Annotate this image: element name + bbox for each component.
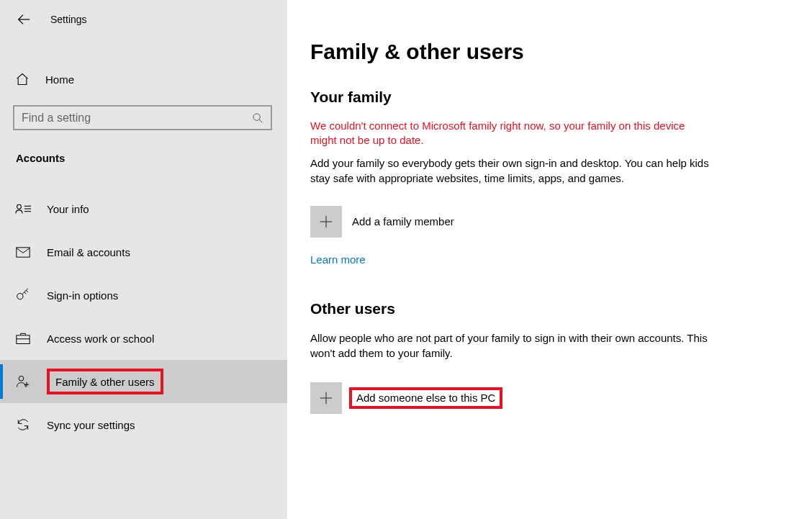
sync-icon [15,417,31,433]
back-button[interactable] [13,9,35,30]
sidebar-item-email-accounts[interactable]: Email & accounts [0,230,287,274]
key-icon [15,287,31,303]
svg-line-11 [24,292,27,294]
sidebar-item-label: Family & other users [55,376,155,388]
svg-line-2 [259,119,262,122]
other-users-section: Other users Allow people who are not par… [310,300,783,414]
sidebar-header: Settings [0,0,287,39]
other-users-heading: Other users [310,300,783,317]
person-add-icon [15,374,31,389]
person-card-icon [15,201,31,217]
add-other-user-button[interactable]: Add someone else to this PC [310,382,783,414]
highlight-box-add-other: Add someone else to this PC [349,387,502,409]
your-family-heading: Your family [310,89,783,106]
search-input[interactable] [22,112,252,125]
plus-icon [310,382,342,414]
search-container [0,105,287,130]
sidebar-item-label: Access work or school [47,333,154,345]
search-box[interactable] [13,105,272,130]
nav-home[interactable]: Home [0,65,287,94]
sidebar-item-sign-in-options[interactable]: Sign-in options [0,274,287,317]
mail-icon [15,244,31,260]
plus-icon [310,206,342,238]
add-family-member-label: Add a family member [352,215,454,227]
your-family-section: Your family We couldn't connect to Micro… [310,89,783,300]
sidebar: Settings Home Accounts [0,0,287,519]
add-other-user-label: Add someone else to this PC [356,392,495,404]
other-users-description: Allow people who are not part of your fa… [310,330,713,361]
home-icon [15,72,30,86]
learn-more-link[interactable]: Learn more [310,253,366,266]
main-content: Family & other users Your family We coul… [287,0,812,519]
arrow-left-icon [16,12,32,27]
search-icon [252,112,263,124]
svg-line-10 [26,290,27,292]
sidebar-item-your-info[interactable]: Your info [0,187,287,230]
nav-list: Your info Email & accounts Sign-in o [0,187,287,446]
svg-rect-7 [17,247,30,256]
svg-point-14 [19,376,24,382]
svg-point-3 [17,204,22,209]
svg-point-1 [253,114,260,120]
sidebar-item-label: Email & accounts [47,246,130,258]
sidebar-item-sync-settings[interactable]: Sync your settings [0,403,287,446]
family-description: Add your family so everybody gets their … [310,155,713,186]
sidebar-item-family-other-users[interactable]: Family & other users [0,360,287,403]
sidebar-section-header: Accounts [0,152,287,164]
nav-home-label: Home [45,73,74,86]
app-title: Settings [50,14,87,25]
sidebar-item-access-work-school[interactable]: Access work or school [0,317,287,360]
sidebar-item-label: Sign-in options [47,289,118,302]
add-family-member-button[interactable]: Add a family member [310,206,783,238]
sidebar-item-label: Your info [47,203,89,215]
svg-rect-12 [17,335,30,344]
sidebar-item-label: Sync your settings [47,419,135,431]
highlight-box-sidebar: Family & other users [47,369,163,394]
briefcase-icon [15,330,31,346]
page-title: Family & other users [310,40,783,64]
family-error-text: We couldn't connect to Microsoft family … [310,119,706,148]
